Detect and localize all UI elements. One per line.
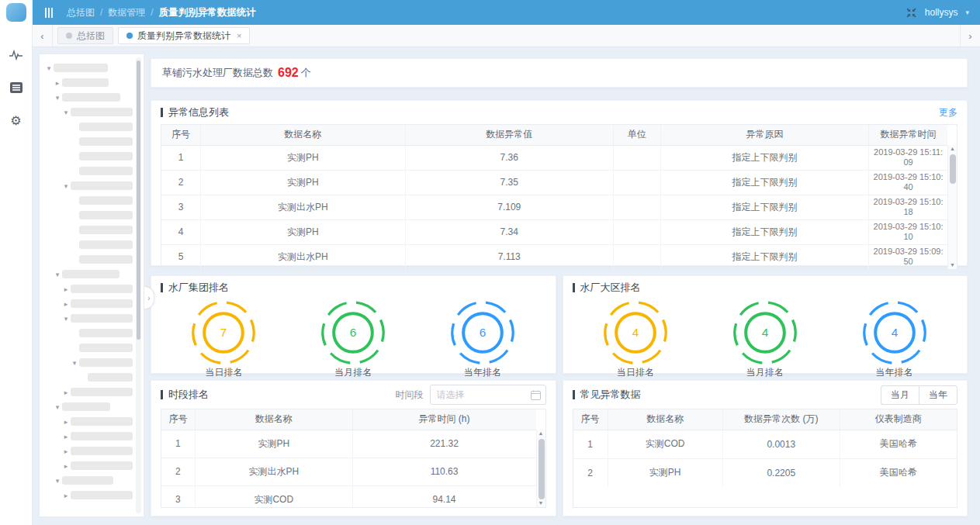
tree-node[interactable]: ▾ — [44, 355, 133, 370]
tree-node[interactable] — [44, 252, 133, 267]
caret-down-icon[interactable]: ▾ — [53, 271, 62, 278]
table-scrollbar[interactable]: ▲▼ — [536, 430, 545, 507]
user-menu[interactable]: hollysys — [925, 7, 958, 18]
caret-right-icon[interactable]: ▸ — [61, 285, 71, 293]
year-button[interactable]: 当年 — [919, 385, 957, 405]
tree-node[interactable]: ▾ — [44, 60, 133, 75]
tab-scroll-left[interactable]: ‹ — [33, 25, 53, 47]
table-header-row: 序号 数据名称 异常时间 (h) — [161, 409, 536, 430]
caret-right-icon[interactable]: ▸ — [61, 389, 71, 396]
col-header: 序号 — [573, 409, 608, 430]
col-header: 数据名称 — [201, 125, 405, 145]
col-header: 仪表制造商 — [840, 409, 957, 430]
tree-node[interactable]: ▸ — [44, 444, 133, 458]
caret-down-icon[interactable]: ▾ — [61, 315, 71, 323]
tree-node[interactable]: ▾ — [44, 311, 133, 326]
tree-node[interactable]: ▸ — [44, 75, 133, 90]
tree-node-label — [71, 491, 133, 499]
menu-toggle-icon[interactable] — [45, 8, 53, 18]
breadcrumb-separator: / — [100, 7, 102, 18]
activity-icon[interactable] — [9, 48, 23, 62]
tree-node[interactable] — [44, 134, 133, 149]
tree-node-label — [71, 388, 133, 396]
tree-node[interactable] — [44, 326, 133, 340]
caret-down-icon[interactable]: ▾ — [44, 64, 54, 72]
tree-node[interactable]: ▾ — [44, 399, 133, 414]
top-header: 总括图 / 数据管理 / 质量判别异常数据统计 hollysys ▾ — [0, 0, 980, 25]
tree-node[interactable] — [44, 119, 133, 134]
tree-node[interactable] — [44, 340, 133, 355]
tree-node[interactable]: ▸ — [44, 385, 133, 399]
tree-node[interactable] — [44, 223, 133, 237]
caret-right-icon[interactable]: ▸ — [61, 462, 71, 470]
tree-node[interactable] — [44, 149, 133, 164]
tree-node-label — [79, 344, 133, 352]
tree-node-label — [79, 226, 133, 234]
caret-down-icon[interactable]: ▾ — [61, 109, 71, 116]
table-header-row: 序号 数据名称 数据异常值 单位 异常原因 数据异常时间 — [161, 125, 947, 145]
tree-node[interactable]: ▾ — [44, 90, 133, 105]
ranking-ring-month: 4 当月排名 — [719, 299, 812, 379]
caret-down-icon[interactable]: ▾ — [61, 182, 71, 190]
tree-node[interactable]: ▾ — [44, 267, 133, 281]
tree-node[interactable]: ▸ — [44, 488, 133, 503]
caret-down-icon[interactable]: ▾ — [53, 477, 62, 485]
tab-quality-abnormal-stats[interactable]: 质量判别异常数据统计 × — [118, 27, 250, 44]
list-icon[interactable] — [9, 81, 23, 95]
more-link[interactable]: 更多 — [939, 106, 957, 119]
tree-node[interactable]: ▸ — [44, 414, 133, 429]
table-row: 1实测PH7.36指定上下限判别2019-03-29 15:11:09 — [161, 145, 947, 170]
col-header: 序号 — [161, 409, 195, 430]
caret-down-icon[interactable]: ▾ — [70, 359, 79, 367]
plant-summary-label: 草铺污水处理厂数据总数 — [162, 66, 273, 80]
caret-right-icon[interactable]: ▸ — [61, 418, 71, 426]
tree-node[interactable]: ▸ — [44, 429, 133, 444]
time-range-filter: 时间段 — [396, 385, 546, 405]
section-title: 常见异常数据 — [573, 388, 641, 402]
period-ranking-table: 序号 数据名称 异常时间 (h) 1实测PH221.322实测出水PH110.6… — [161, 409, 546, 508]
breadcrumb-item[interactable]: 数据管理 — [108, 6, 145, 19]
date-range-picker[interactable] — [430, 385, 546, 405]
sidebar-scrollbar[interactable] — [136, 57, 141, 513]
tree-node[interactable] — [44, 193, 133, 208]
tree-node[interactable]: ▸ — [44, 281, 133, 296]
caret-right-icon[interactable]: ▸ — [61, 433, 71, 440]
caret-right-icon[interactable]: ▸ — [61, 300, 71, 308]
tab-overview[interactable]: 总括图 — [57, 27, 113, 44]
tree-node[interactable] — [44, 237, 133, 252]
app-window: 总括图 / 数据管理 / 质量判别异常数据统计 hollysys ▾ — [0, 0, 980, 525]
settings-gear-icon[interactable]: ⚙ — [9, 113, 23, 127]
tab-close-icon[interactable]: × — [237, 31, 241, 40]
tree-node[interactable] — [44, 164, 133, 178]
tree-node[interactable]: ▾ — [44, 473, 133, 488]
ranking-value: 4 — [891, 326, 898, 339]
table-row: 3实测COD94.14 — [161, 485, 536, 508]
tab-scroll-right[interactable]: › — [960, 25, 980, 47]
caret-down-icon[interactable]: ▾ — [53, 94, 62, 102]
breadcrumb-item[interactable]: 总括图 — [67, 6, 95, 19]
caret-right-icon[interactable]: ▸ — [61, 492, 71, 499]
app-logo[interactable] — [0, 0, 33, 25]
tab-status-dot — [66, 33, 72, 39]
table-scrollbar[interactable]: ▲▼ — [947, 145, 957, 269]
tree-node[interactable]: ▾ — [44, 105, 133, 119]
tree-node-label — [79, 358, 133, 367]
tree-node[interactable]: ▾ — [44, 178, 133, 193]
caret-right-icon[interactable]: ▸ — [53, 79, 62, 87]
calendar-icon[interactable] — [531, 390, 541, 400]
tree-node-label — [71, 181, 133, 190]
tree-node[interactable] — [44, 208, 133, 223]
tree-node[interactable]: ▸ — [44, 458, 133, 473]
tree-node[interactable]: ▸ — [44, 296, 133, 311]
fullscreen-icon[interactable] — [906, 7, 917, 19]
caret-down-icon[interactable]: ▾ — [53, 403, 62, 411]
date-input[interactable] — [437, 389, 527, 400]
tree-node-label — [79, 123, 133, 131]
caret-right-icon[interactable]: ▸ — [61, 447, 71, 455]
month-button[interactable]: 当月 — [881, 385, 919, 405]
tree-node[interactable] — [44, 370, 133, 385]
col-header: 序号 — [161, 125, 201, 145]
filter-label: 时间段 — [396, 389, 424, 402]
sidebar: ▾▸▾▾▾▾▸▸▾▾▸▾▸▸▸▸▾▸ › — [33, 47, 147, 525]
user-caret-icon[interactable]: ▾ — [965, 9, 969, 16]
